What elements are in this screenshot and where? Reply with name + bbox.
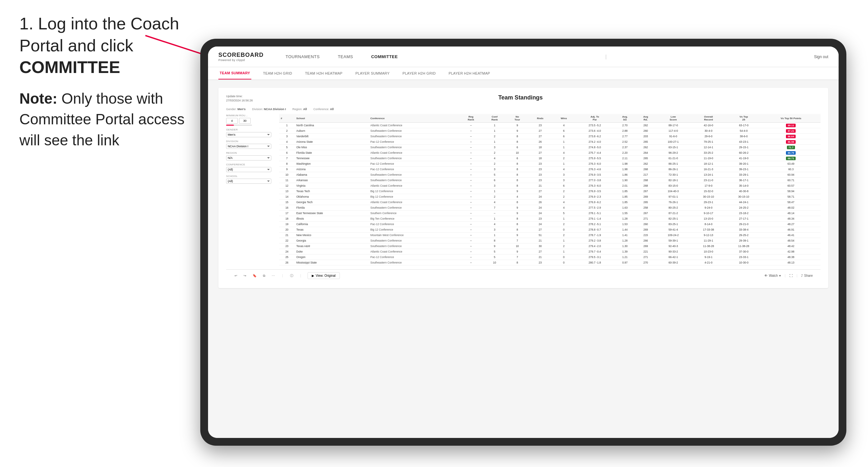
cell-overall: 30-4-0 (691, 128, 726, 134)
table-row: 12 Virginia Atlantic Coast Conference – … (279, 183, 820, 189)
gender-control: Gender Men's Women's (226, 128, 271, 137)
cell-rnds: 24 (528, 222, 552, 227)
conference-select[interactable]: (All) (226, 167, 271, 172)
cell-no-tour: 8 (506, 227, 528, 232)
share-button[interactable]: ⤴ Share (801, 274, 813, 277)
table-row: 10 Alabama Southeastern Conference – 5 8… (279, 172, 820, 178)
cell-avg-sg: 1.30 (614, 244, 636, 249)
table-row: 4 Arizona State Pac-12 Conference – 1 8 … (279, 139, 820, 145)
col-conf-rank: ConfRank (483, 114, 506, 123)
cell-adj-score: 277.5 -2.9 (575, 205, 614, 211)
instruction-committee: COMMITTEE (20, 58, 120, 76)
cell-rnds: 30 (528, 244, 552, 249)
cell-vs-top25: 24-25-2 (726, 205, 762, 211)
sub-nav-player-h2h-grid[interactable]: PLAYER H2H GRID (401, 67, 437, 80)
sub-nav-player-h2h-heatmap[interactable]: PLAYER H2H HEATMAP (447, 67, 491, 80)
cell-avg-rd: 268 (636, 183, 656, 189)
cell-wins: 2 (552, 244, 575, 249)
cell-rank: 25 (279, 254, 294, 260)
cell-conf-rank: 4 (483, 199, 506, 205)
conference-label: Conference: All (313, 107, 334, 111)
nav-tournaments[interactable]: TOURNAMENTS (283, 53, 322, 60)
cell-rank: 24 (279, 249, 294, 254)
sub-nav-team-h2h-grid[interactable]: TEAM H2H GRID (262, 67, 293, 80)
cell-no-tour: 9 (506, 211, 528, 216)
info-icon[interactable]: ⓘ (289, 273, 294, 279)
cell-conference: Southeastern Conference (369, 205, 459, 211)
nav-committee[interactable]: COMMITTEE (369, 53, 401, 60)
cell-wins: 2 (552, 222, 575, 227)
view-original-button[interactable]: ▶ View: Original (308, 272, 340, 279)
table-row: 22 Georgia Southeastern Conference – 8 7… (279, 238, 820, 244)
undo-icon[interactable]: ↩ (234, 273, 238, 278)
watch-button[interactable]: 👁 Watch ▾ (764, 274, 781, 277)
cell-overall: 10-23-0 (691, 249, 726, 254)
sub-nav-team-summary[interactable]: TEAM SUMMARY (218, 67, 251, 80)
tablet-frame: SCOREBOARD Powered by clippd TOURNAMENTS… (200, 39, 846, 446)
school-select[interactable]: (All) (226, 179, 271, 184)
cell-overall: 33-25-2 (691, 150, 726, 156)
gender-select[interactable]: Men's Women's (226, 132, 271, 137)
cell-vs-top50: 60.71 (762, 178, 820, 183)
cell-avg-sg: 2.88 (614, 128, 636, 134)
cell-no-tour: 7 (506, 238, 528, 244)
col-vs-top50: Vs Top 50 Points (762, 114, 820, 123)
cell-adj-score: 273.8 -6.2 (575, 134, 614, 139)
table-row: 2 Auburn Southeastern Conference – 1 9 2… (279, 128, 820, 134)
redo-icon[interactable]: ↪ (243, 273, 247, 278)
cell-no-tour: 9 (506, 128, 528, 134)
division-select[interactable]: NCAA Division I NCAA Division II NCAA Di… (226, 144, 271, 149)
cell-no-tour: 8 (506, 161, 528, 167)
cell-low-score: 60-39-2 (656, 260, 691, 266)
cell-wins: 4 (552, 199, 575, 205)
bookmark-icon[interactable]: 🔖 (252, 273, 257, 278)
cell-reg-rank: – (459, 205, 483, 211)
nav-teams[interactable]: TEAMS (335, 53, 356, 60)
sub-nav-player-summary[interactable]: PLAYER SUMMARY (354, 67, 391, 80)
max-input[interactable] (239, 118, 251, 124)
cell-rnds: 21 (528, 238, 552, 244)
cell-wins: 2 (552, 232, 575, 238)
copy-icon[interactable]: ⧉ (262, 273, 266, 278)
table-row: 23 Texas A&M Southeastern Conference – 9… (279, 244, 820, 249)
division-control: Division NCAA Division I NCAA Division I… (226, 140, 271, 149)
more-icon[interactable]: ⋯ (271, 273, 276, 278)
col-rnds: Rnds (528, 114, 552, 123)
cell-conf-rank: 1 (483, 232, 506, 238)
cell-school: Georgia (294, 238, 369, 244)
cell-adj-score: 276.9 -3.5 (575, 172, 614, 178)
cell-overall: 11-19-0 (691, 156, 726, 161)
cell-conf-rank: 9 (483, 244, 506, 249)
cell-conference: Pac-12 Conference (369, 167, 459, 172)
cell-avg-rd: 262 (636, 145, 656, 150)
cell-adj-score: 276.3 -4.6 (575, 167, 614, 172)
sub-nav-team-h2h-heatmap[interactable]: TEAM H2H HEATMAP (304, 67, 344, 80)
cell-rank: 26 (279, 260, 294, 266)
cell-no-tour: 8 (506, 167, 528, 172)
table-row: 26 Mississippi State Southeastern Confer… (279, 260, 820, 266)
cell-conf-rank: 1 (483, 139, 506, 145)
cell-wins: 1 (552, 145, 575, 150)
range-slider[interactable] (226, 125, 252, 126)
toolbar-divider-3: | (785, 274, 786, 277)
cell-vs-top25: 29-15-1 (726, 145, 762, 150)
fullscreen-icon[interactable]: ⛶ (789, 274, 793, 277)
cell-wins: 4 (552, 205, 575, 211)
cell-adj-score: 275.9 -5.5 (575, 156, 614, 161)
cell-low-score: 88-17-0 (656, 123, 691, 128)
cell-overall: 30-15-10 (691, 194, 726, 199)
cell-low-score: 80-25-2 (656, 205, 691, 211)
sign-out-button[interactable]: Sign out (814, 55, 828, 59)
view-icon: ▶ (312, 274, 314, 277)
col-school: School (294, 114, 369, 123)
cell-avg-rd: 271 (636, 254, 656, 260)
table-row: 20 Texas Big 12 Conference – 3 8 27 0 27… (279, 227, 820, 232)
cell-school: California (294, 222, 369, 227)
region-select[interactable]: N/A East West (226, 155, 271, 160)
cell-vs-top25: 37-30-0 (726, 249, 762, 254)
cell-avg-rd: 271 (636, 216, 656, 222)
cell-rnds: 23 (528, 172, 552, 178)
cell-low-score: 97-01-1 (656, 194, 691, 199)
min-input[interactable] (226, 118, 238, 124)
cell-rank: 1 (279, 123, 294, 128)
